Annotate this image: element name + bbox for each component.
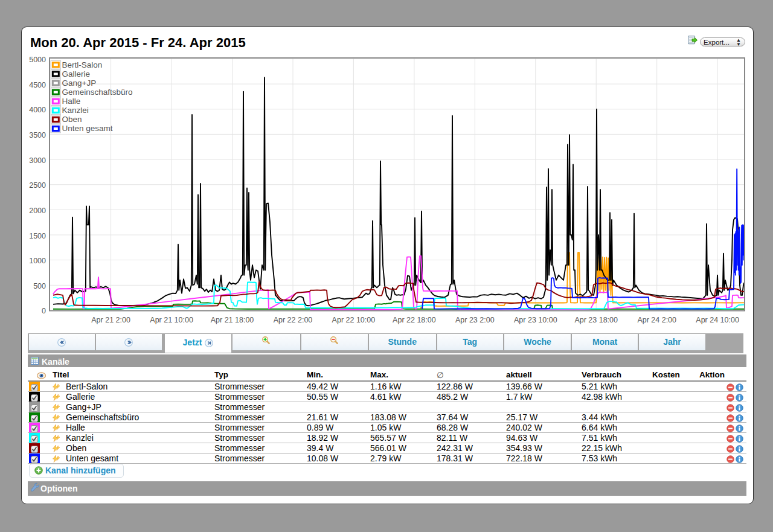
svg-text:Oben: Oben bbox=[62, 115, 82, 124]
svg-text:Apr 22 2:00: Apr 22 2:00 bbox=[274, 316, 313, 324]
svg-text:3500: 3500 bbox=[29, 131, 46, 139]
svg-text:Apr 23 18:00: Apr 23 18:00 bbox=[574, 316, 618, 324]
svg-text:Gemeinschaftsbüro: Gemeinschaftsbüro bbox=[62, 88, 133, 97]
svg-text:Kanzlei: Kanzlei bbox=[62, 106, 89, 115]
svg-text:Apr 23 2:00: Apr 23 2:00 bbox=[455, 316, 495, 324]
svg-text:Bertl-Salon: Bertl-Salon bbox=[62, 60, 103, 69]
svg-text:Apr 24 2:00: Apr 24 2:00 bbox=[637, 316, 676, 324]
svg-text:5000: 5000 bbox=[29, 56, 46, 64]
svg-text:2000: 2000 bbox=[29, 207, 46, 215]
svg-text:1000: 1000 bbox=[29, 257, 46, 265]
svg-text:Gallerie: Gallerie bbox=[62, 69, 91, 79]
svg-text:Apr 22 18:00: Apr 22 18:00 bbox=[393, 316, 436, 324]
svg-text:1500: 1500 bbox=[29, 232, 46, 240]
svg-text:4500: 4500 bbox=[29, 81, 46, 89]
svg-text:4000: 4000 bbox=[29, 106, 46, 114]
svg-text:Unten gesamt: Unten gesamt bbox=[62, 124, 113, 133]
svg-text:2500: 2500 bbox=[29, 181, 46, 190]
svg-text:500: 500 bbox=[33, 282, 46, 290]
svg-text:Apr 21 10:00: Apr 21 10:00 bbox=[150, 316, 193, 324]
svg-text:Apr 21 18:00: Apr 21 18:00 bbox=[211, 316, 254, 324]
svg-text:0: 0 bbox=[42, 307, 46, 315]
svg-text:Gang+JP: Gang+JP bbox=[62, 79, 97, 88]
svg-text:Apr 21 2:00: Apr 21 2:00 bbox=[91, 316, 130, 324]
svg-text:Apr 24 10:00: Apr 24 10:00 bbox=[696, 316, 739, 324]
svg-text:Halle: Halle bbox=[62, 97, 81, 106]
svg-text:Apr 23 10:00: Apr 23 10:00 bbox=[514, 316, 557, 324]
svg-text:Apr 22 10:00: Apr 22 10:00 bbox=[332, 316, 376, 324]
svg-text:3000: 3000 bbox=[29, 156, 46, 165]
